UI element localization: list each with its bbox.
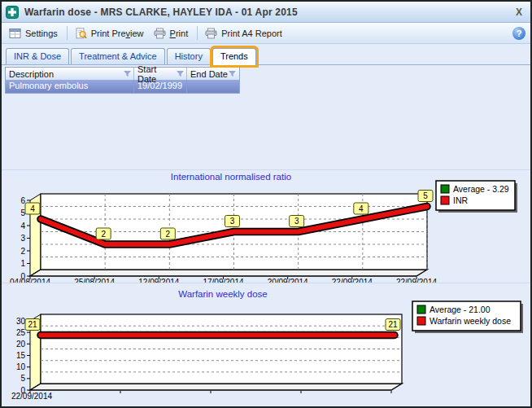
inr-trend-chart: International normalised ratio012345604/… (2, 170, 530, 283)
toolbar: Settings Print Preview Print (2, 23, 530, 44)
print-preview-icon (75, 28, 87, 39)
cell-start-date: 19/02/1999 (134, 80, 187, 93)
svg-text:10: 10 (16, 362, 26, 371)
svg-text:21: 21 (388, 320, 398, 329)
window-title: Warfarin dose - MRS CLARKE, HAYLEY IDA -… (24, 7, 298, 18)
tab-trends[interactable]: Trends (212, 48, 256, 65)
cell-end-date (187, 80, 238, 93)
filter-icon[interactable] (229, 71, 236, 77)
svg-text:4: 4 (359, 204, 364, 213)
close-button[interactable]: X (514, 7, 524, 18)
print-a4-report-button[interactable]: Print A4 Report (201, 25, 288, 42)
svg-text:INR: INR (453, 195, 469, 205)
dose-chart-panel: Warfarin weekly dose05101520253022/09/20… (2, 283, 530, 405)
svg-text:Average - 21.00: Average - 21.00 (430, 305, 491, 314)
tab-inr-and-dose[interactable]: INR & Dose (6, 48, 69, 64)
svg-text:2: 2 (101, 230, 106, 239)
svg-text:3: 3 (230, 217, 235, 226)
svg-text:5: 5 (423, 191, 428, 200)
svg-text:2: 2 (166, 230, 171, 239)
toolbar-separator (67, 26, 68, 40)
column-header-description[interactable]: Description (6, 68, 134, 80)
svg-text:30: 30 (16, 317, 26, 326)
svg-text:Warfarin weekly dose: Warfarin weekly dose (178, 289, 268, 299)
filter-icon[interactable] (124, 71, 131, 77)
print-button[interactable]: Print (150, 25, 194, 42)
tab-history[interactable]: History (167, 48, 211, 64)
table-row-pulmonary-embolus[interactable]: Pulmonary embolus 19/02/1999 (6, 80, 239, 93)
toolbar-separator (197, 26, 198, 40)
tab-strip: INR & Dose Treatment & Advice History Tr… (2, 44, 530, 65)
svg-text:3: 3 (294, 217, 299, 226)
cell-description: Pulmonary embolus (6, 80, 134, 93)
svg-text:4: 4 (30, 204, 35, 213)
svg-text:6: 6 (20, 196, 25, 205)
svg-text:3: 3 (20, 234, 25, 243)
tab-treatment-and-advice[interactable]: Treatment & Advice (71, 48, 165, 64)
svg-text:20: 20 (16, 340, 26, 349)
conditions-table: Description Start Date End Date Pulmonar… (5, 67, 240, 94)
help-icon[interactable]: ? (512, 27, 525, 40)
svg-text:4: 4 (20, 222, 25, 230)
warfarin-dose-trend-chart: Warfarin weekly dose05101520253022/09/20… (2, 283, 530, 406)
svg-text:International normalised ratio: International normalised ratio (171, 172, 291, 182)
print-preview-button[interactable]: Print Preview (71, 25, 150, 42)
svg-text:15: 15 (16, 351, 26, 360)
column-header-end-date[interactable]: End Date (187, 68, 238, 80)
settings-icon (9, 28, 21, 39)
warfarin-dose-window: Warfarin dose - MRS CLARKE, HAYLEY IDA -… (0, 0, 532, 408)
medical-cross-icon (6, 6, 19, 19)
svg-text:5: 5 (20, 374, 25, 383)
column-header-start-date[interactable]: Start Date (134, 68, 187, 80)
table-header-row: Description Start Date End Date (6, 68, 239, 80)
svg-text:22/09/2014: 22/09/2014 (11, 392, 52, 401)
inr-chart-panel: International normalised ratio012345604/… (2, 169, 530, 283)
svg-text:Warfarin weekly dose: Warfarin weekly dose (430, 316, 511, 326)
settings-button[interactable]: Settings (5, 25, 63, 42)
svg-text:1: 1 (20, 259, 25, 268)
printer-icon (154, 28, 166, 39)
svg-text:Average - 3.29: Average - 3.29 (453, 184, 509, 194)
svg-text:21: 21 (28, 320, 37, 329)
printer-icon (205, 28, 217, 39)
filter-icon[interactable] (177, 71, 184, 77)
svg-text:25: 25 (16, 328, 26, 337)
title-bar: Warfarin dose - MRS CLARKE, HAYLEY IDA -… (2, 2, 530, 23)
svg-text:2: 2 (20, 247, 25, 256)
